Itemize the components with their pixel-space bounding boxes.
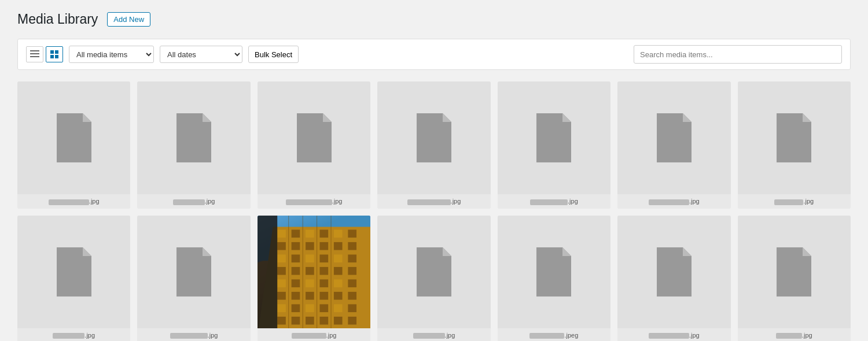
file-icon	[414, 247, 454, 296]
svg-rect-41	[306, 291, 314, 299]
search-box	[634, 45, 842, 64]
media-filename: .jpg	[738, 194, 851, 208]
file-icon	[54, 247, 94, 296]
media-thumbnail	[617, 216, 730, 328]
svg-rect-29	[306, 266, 314, 275]
file-icon	[534, 113, 574, 162]
media-grid: .jpg .jpg	[17, 81, 851, 341]
page-wrapper: Media Library Add New All	[0, 0, 868, 341]
filename-blur	[649, 333, 689, 339]
svg-rect-16	[291, 242, 300, 250]
page-header: Media Library Add New	[17, 12, 851, 27]
media-filename: .jpg	[377, 328, 490, 341]
svg-rect-21	[277, 254, 286, 262]
svg-rect-17	[306, 242, 314, 250]
media-item[interactable]: .jpeg	[498, 216, 610, 341]
media-filename: .jpeg	[498, 328, 610, 341]
svg-rect-34	[291, 279, 300, 287]
svg-rect-40	[291, 291, 300, 299]
svg-rect-55	[334, 316, 343, 324]
media-item[interactable]: .jpg	[738, 81, 851, 209]
svg-rect-13	[334, 229, 343, 238]
svg-rect-30	[319, 266, 328, 275]
svg-rect-24	[319, 254, 328, 262]
media-item[interactable]: .jpg	[617, 81, 730, 209]
file-icon	[534, 247, 574, 296]
filename-blur	[286, 199, 332, 205]
svg-rect-37	[334, 279, 343, 287]
media-thumbnail	[137, 81, 250, 194]
svg-rect-11	[306, 229, 314, 238]
svg-rect-0	[30, 50, 39, 51]
svg-rect-31	[334, 266, 343, 275]
file-icon	[774, 113, 814, 162]
svg-rect-5	[50, 55, 54, 58]
list-view-button[interactable]	[26, 46, 43, 62]
view-toggle	[26, 46, 63, 62]
media-item[interactable]: .jpg	[377, 216, 490, 341]
media-item[interactable]: .jpg	[137, 216, 250, 341]
svg-rect-4	[55, 50, 58, 54]
filename-blur	[774, 199, 803, 205]
svg-rect-45	[277, 304, 286, 312]
media-filter-select[interactable]: All media items Images Audio Video Docum…	[69, 46, 154, 63]
date-filter-select[interactable]: All dates January 2024 February 2024	[160, 46, 242, 63]
media-filename: .jpg	[258, 328, 370, 341]
file-icon	[414, 113, 454, 162]
svg-rect-6	[55, 55, 58, 58]
media-thumbnail	[137, 216, 250, 328]
svg-rect-52	[291, 316, 300, 324]
file-icon	[54, 113, 94, 162]
svg-rect-15	[277, 242, 286, 250]
svg-rect-28	[291, 266, 300, 275]
media-item[interactable]: .jpg	[258, 216, 370, 341]
svg-rect-33	[277, 279, 286, 287]
svg-rect-51	[277, 316, 286, 324]
svg-rect-44	[348, 291, 356, 299]
filename-blur	[407, 199, 451, 205]
svg-rect-35	[306, 279, 314, 287]
media-item[interactable]: .jpg	[137, 81, 250, 209]
svg-rect-3	[50, 50, 54, 54]
media-filename: .jpg	[137, 194, 250, 208]
filename-blur	[170, 333, 208, 339]
filename-blur	[529, 333, 564, 339]
grid-view-button[interactable]	[46, 46, 63, 62]
svg-rect-1	[30, 53, 39, 54]
media-filename: .jpg	[137, 328, 250, 341]
media-item[interactable]: .jpg	[617, 216, 730, 341]
filename-blur	[776, 333, 802, 339]
media-thumbnail	[377, 216, 490, 328]
file-icon	[654, 113, 694, 162]
svg-rect-42	[319, 291, 328, 299]
toolbar: All media items Images Audio Video Docum…	[17, 39, 851, 70]
svg-rect-53	[306, 316, 314, 324]
svg-rect-27	[277, 266, 286, 275]
media-thumbnail	[498, 216, 610, 328]
filename-blur	[173, 199, 205, 205]
media-thumbnail	[258, 81, 370, 194]
media-item[interactable]: .jpg	[377, 81, 490, 209]
svg-rect-56	[348, 316, 356, 324]
media-item[interactable]: .jpg	[17, 216, 130, 341]
svg-rect-43	[334, 291, 343, 299]
media-filename: .jpg	[17, 328, 130, 341]
media-thumbnail	[17, 216, 130, 328]
search-input[interactable]	[634, 45, 842, 64]
media-thumbnail	[258, 216, 370, 328]
bulk-select-button[interactable]: Bulk Select	[248, 46, 299, 63]
media-item[interactable]: .jpg	[258, 81, 370, 209]
svg-rect-14	[348, 229, 356, 238]
media-thumbnail	[377, 81, 490, 194]
media-item[interactable]: .jpg	[738, 216, 851, 341]
filename-blur	[292, 333, 326, 339]
add-new-button[interactable]: Add New	[107, 12, 150, 27]
svg-rect-49	[334, 304, 343, 312]
media-item[interactable]: .jpg	[498, 81, 610, 209]
media-filename: .jpg	[17, 194, 130, 208]
svg-rect-12	[319, 229, 328, 238]
media-thumbnail	[738, 216, 851, 328]
svg-rect-18	[319, 242, 328, 250]
svg-rect-26	[348, 254, 356, 262]
media-item[interactable]: .jpg	[17, 81, 130, 209]
